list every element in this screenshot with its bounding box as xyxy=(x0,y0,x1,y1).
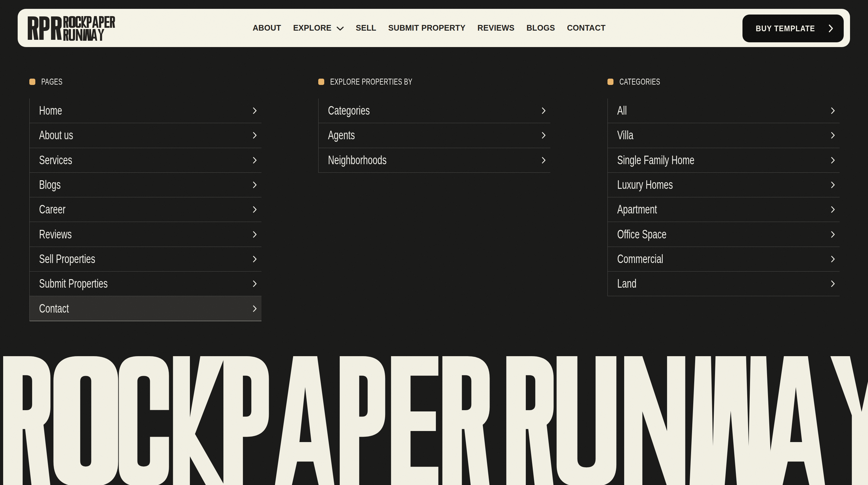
chevron-right-icon xyxy=(253,305,257,312)
column-heading: CATEGORIES xyxy=(608,77,679,87)
top-navigation-bar: ABOUTEXPLORESELLSUBMIT PROPERTYREVIEWSBL… xyxy=(18,9,850,47)
column-heading: EXPLORE PROPERTIES BY xyxy=(318,77,450,87)
nav-item-label: BLOGS xyxy=(526,23,555,32)
list-item-label: All xyxy=(617,104,627,117)
list-item-agents[interactable]: Agents xyxy=(318,123,550,148)
nav-item-label: SUBMIT PROPERTY xyxy=(388,23,466,32)
chevron-right-icon xyxy=(831,181,835,188)
list-item-label: Office Space xyxy=(617,228,666,241)
list-item-contact[interactable]: Contact xyxy=(30,296,261,321)
chevron-right-icon xyxy=(542,107,546,114)
nav-item-sell[interactable]: SELL xyxy=(356,23,376,32)
list-item-label: Blogs xyxy=(39,178,61,192)
chevron-right-icon xyxy=(253,107,257,114)
list-item-label: Luxury Homes xyxy=(617,178,673,192)
chevron-down-icon xyxy=(337,27,344,31)
logo-monogram xyxy=(28,17,63,40)
logo[interactable] xyxy=(28,16,126,41)
list-item-villa[interactable]: Villa xyxy=(608,123,840,148)
masthead-wordmark xyxy=(0,355,868,485)
list-item-label: Contact xyxy=(39,302,69,315)
nav-item-label: REVIEWS xyxy=(477,23,515,32)
list-item-label: Sell Properties xyxy=(39,252,95,266)
list-item-single-family-home[interactable]: Single Family Home xyxy=(608,148,840,173)
column-title: PAGES xyxy=(41,77,62,87)
list-item-categories[interactable]: Categories xyxy=(318,98,550,123)
list-item-label: Submit Properties xyxy=(39,277,107,290)
footer-column-2: CATEGORIESAllVillaSingle Family HomeLuxu… xyxy=(608,98,840,296)
chevron-right-icon xyxy=(831,107,835,114)
list-item-label: Services xyxy=(39,153,72,167)
chevron-right-icon xyxy=(253,206,257,213)
list-item-neighborhoods[interactable]: Neighborhoods xyxy=(318,148,550,173)
chevron-right-icon xyxy=(253,280,257,287)
list-item-label: Reviews xyxy=(39,228,71,241)
list-item-office-space[interactable]: Office Space xyxy=(608,222,840,247)
list-item-label: Career xyxy=(39,203,66,216)
nav-item-contact[interactable]: CONTACT xyxy=(567,23,606,32)
nav-item-label: SELL xyxy=(356,23,376,32)
chevron-right-icon xyxy=(253,132,257,139)
list-item-blogs[interactable]: Blogs xyxy=(30,173,261,197)
list-item-luxury-homes[interactable]: Luxury Homes xyxy=(608,173,840,197)
chevron-right-icon xyxy=(831,206,835,213)
nav-item-submit-property[interactable]: SUBMIT PROPERTY xyxy=(388,23,466,32)
buy-template-button[interactable]: BUY TEMPLATE xyxy=(742,15,844,42)
nav-item-reviews[interactable]: REVIEWS xyxy=(477,23,515,32)
logo-wordmark xyxy=(63,16,120,41)
list-item-reviews[interactable]: Reviews xyxy=(30,222,261,247)
chevron-right-icon xyxy=(831,132,835,139)
list-item-home[interactable]: Home xyxy=(30,98,261,123)
list-item-label: About us xyxy=(39,129,73,142)
list-item-label: Categories xyxy=(328,104,370,117)
nav-item-explore[interactable]: EXPLORE xyxy=(293,23,344,32)
list-item-career[interactable]: Career xyxy=(30,197,261,222)
nav-item-label: ABOUT xyxy=(253,23,281,32)
nav-item-label: CONTACT xyxy=(567,23,606,32)
link-list: AllVillaSingle Family HomeLuxury HomesAp… xyxy=(608,98,840,296)
column-heading: PAGES xyxy=(29,77,72,87)
list-item-label: Neighborhoods xyxy=(328,153,387,167)
chevron-right-icon xyxy=(253,181,257,188)
main-nav: ABOUTEXPLORESELLSUBMIT PROPERTYREVIEWSBL… xyxy=(253,9,606,47)
chevron-right-icon xyxy=(831,231,835,238)
list-item-apartment[interactable]: Apartment xyxy=(608,197,840,222)
nav-item-label: EXPLORE xyxy=(293,23,332,32)
chevron-right-icon xyxy=(253,256,257,262)
list-item-land[interactable]: Land xyxy=(608,272,840,296)
list-item-about-us[interactable]: About us xyxy=(30,123,261,148)
list-item-commercial[interactable]: Commercial xyxy=(608,247,840,272)
chevron-right-icon xyxy=(831,157,835,164)
list-item-label: Agents xyxy=(328,129,355,142)
orange-square-bullet xyxy=(29,79,35,85)
footer-column-1: EXPLORE PROPERTIES BYCategoriesAgentsNei… xyxy=(318,98,550,173)
link-list: CategoriesAgentsNeighborhoods xyxy=(318,98,550,173)
chevron-right-icon xyxy=(831,256,835,262)
footer-column-0: PAGESHomeAbout usServicesBlogsCareerRevi… xyxy=(29,98,261,321)
orange-square-bullet xyxy=(608,79,614,85)
chevron-right-icon xyxy=(542,132,546,139)
buy-template-label: BUY TEMPLATE xyxy=(756,24,815,33)
chevron-right-icon xyxy=(253,231,257,238)
nav-item-blogs[interactable]: BLOGS xyxy=(526,23,555,32)
column-title: CATEGORIES xyxy=(619,77,660,87)
list-item-label: Apartment xyxy=(617,203,657,216)
list-item-label: Commercial xyxy=(617,252,663,266)
list-item-submit-properties[interactable]: Submit Properties xyxy=(30,272,261,296)
list-item-label: Villa xyxy=(617,129,633,142)
list-item-label: Land xyxy=(617,277,637,290)
list-item-all[interactable]: All xyxy=(608,98,840,123)
chevron-right-icon xyxy=(253,157,257,164)
list-item-label: Single Family Home xyxy=(617,153,694,167)
nav-item-about[interactable]: ABOUT xyxy=(253,23,281,32)
column-title: EXPLORE PROPERTIES BY xyxy=(330,77,412,87)
link-list: HomeAbout usServicesBlogsCareerReviewsSe… xyxy=(29,98,261,321)
orange-square-bullet xyxy=(318,79,324,85)
list-item-sell-properties[interactable]: Sell Properties xyxy=(30,247,261,272)
chevron-right-icon xyxy=(542,157,546,164)
list-item-services[interactable]: Services xyxy=(30,148,261,173)
chevron-right-icon xyxy=(831,280,835,287)
list-item-label: Home xyxy=(39,104,62,117)
chevron-right-icon xyxy=(829,24,833,32)
